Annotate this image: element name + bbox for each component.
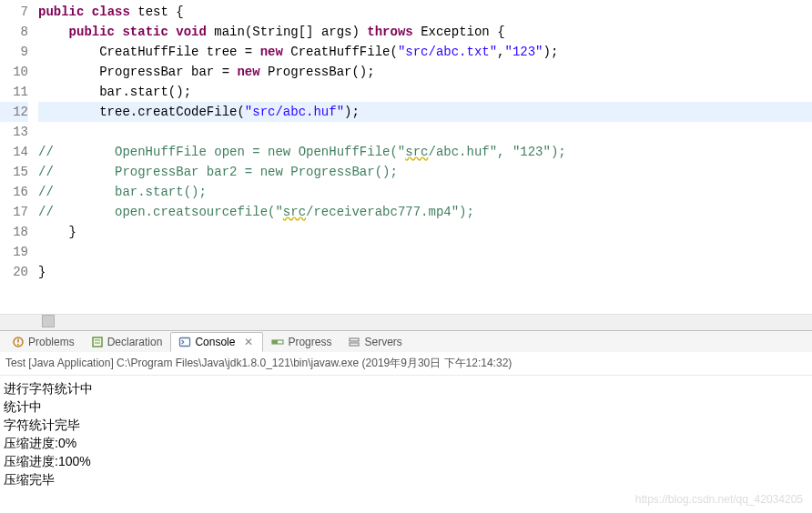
tab-label: Servers — [364, 336, 401, 348]
code-line[interactable]: CreatHuffFile tree = new CreatHuffFile("… — [38, 42, 812, 62]
code-line[interactable] — [38, 122, 812, 142]
svg-rect-10 — [272, 340, 278, 344]
svg-rect-11 — [350, 338, 359, 341]
code-line[interactable]: // OpenHuffFile open = new OpenHuffFile(… — [38, 142, 812, 162]
line-number: 12 — [0, 102, 28, 122]
views-tab-bar: Problems Declaration Console ✕ Progress … — [0, 330, 812, 352]
problems-icon — [12, 336, 25, 348]
code-line[interactable]: tree.creatCodeFile("src/abc.huf"); — [38, 102, 812, 122]
code-line[interactable]: } — [38, 222, 812, 242]
progress-icon — [271, 336, 284, 348]
line-number: 18 — [0, 222, 28, 242]
line-number: 19 — [0, 242, 28, 262]
svg-rect-2 — [17, 344, 19, 346]
code-line[interactable]: // ProgressBar bar2 = new ProgressBar(); — [38, 162, 812, 182]
line-number: 17 — [0, 202, 28, 222]
svg-rect-6 — [180, 337, 190, 346]
console-icon — [178, 336, 191, 348]
tab-label: Declaration — [107, 336, 163, 348]
line-number: 9 — [0, 42, 28, 62]
console-line: 进行字符统计中 — [4, 379, 812, 397]
code-line[interactable]: // bar.start(); — [38, 182, 812, 202]
code-line[interactable]: public static void main(String[] args) t… — [38, 22, 812, 42]
line-number: 10 — [0, 62, 28, 82]
svg-line-8 — [182, 342, 185, 344]
tab-declaration[interactable]: Declaration — [83, 332, 171, 352]
declaration-icon — [91, 336, 104, 348]
code-line[interactable] — [38, 242, 812, 262]
tab-label: Problems — [28, 336, 75, 348]
code-line[interactable]: public class test { — [38, 2, 812, 22]
svg-rect-1 — [17, 338, 19, 342]
line-number: 14 — [0, 142, 28, 162]
line-number: 11 — [0, 82, 28, 102]
tab-console[interactable]: Console ✕ — [170, 332, 263, 352]
console-line: 统计中 — [4, 397, 812, 416]
tab-problems[interactable]: Problems — [4, 332, 83, 352]
svg-rect-3 — [93, 337, 102, 347]
svg-rect-12 — [350, 343, 359, 346]
code-line[interactable]: bar.start(); — [38, 82, 812, 102]
line-number: 16 — [0, 182, 28, 202]
horizontal-scrollbar[interactable] — [0, 314, 812, 330]
console-line: 压缩完毕 — [4, 470, 812, 488]
code-area[interactable]: public class test { public static void m… — [0, 0, 812, 282]
line-number: 13 — [0, 122, 28, 142]
close-icon[interactable]: ✕ — [242, 336, 255, 348]
line-number: 8 — [0, 22, 28, 42]
console-run-info: Test [Java Application] C:\Program Files… — [0, 352, 812, 376]
tab-label: Console — [195, 336, 235, 348]
code-line[interactable]: } — [38, 262, 812, 282]
line-number: 7 — [0, 2, 28, 22]
console-line: 字符统计完毕 — [4, 416, 812, 434]
line-number-gutter: 7891011121314151617181920 — [0, 0, 36, 282]
tab-servers[interactable]: Servers — [340, 332, 410, 352]
servers-icon — [348, 336, 360, 348]
code-editor[interactable]: 7891011121314151617181920 public class t… — [0, 0, 812, 314]
watermark: https://blog.csdn.net/qq_42034205 — [635, 493, 803, 506]
code-line[interactable]: ProgressBar bar = new ProgressBar(); — [38, 62, 812, 82]
tab-progress[interactable]: Progress — [263, 332, 340, 352]
line-number: 20 — [0, 262, 28, 282]
console-output[interactable]: 进行字符统计中统计中字符统计完毕压缩进度:0%压缩进度:100%压缩完毕 — [0, 376, 812, 492]
code-line[interactable]: // open.creatsourcefile("src/receiverabc… — [38, 202, 812, 222]
console-line: 压缩进度:0% — [4, 434, 812, 452]
tab-label: Progress — [288, 336, 331, 348]
line-number: 15 — [0, 162, 28, 182]
console-line: 压缩进度:100% — [4, 452, 812, 470]
scrollbar-thumb[interactable] — [42, 315, 55, 327]
